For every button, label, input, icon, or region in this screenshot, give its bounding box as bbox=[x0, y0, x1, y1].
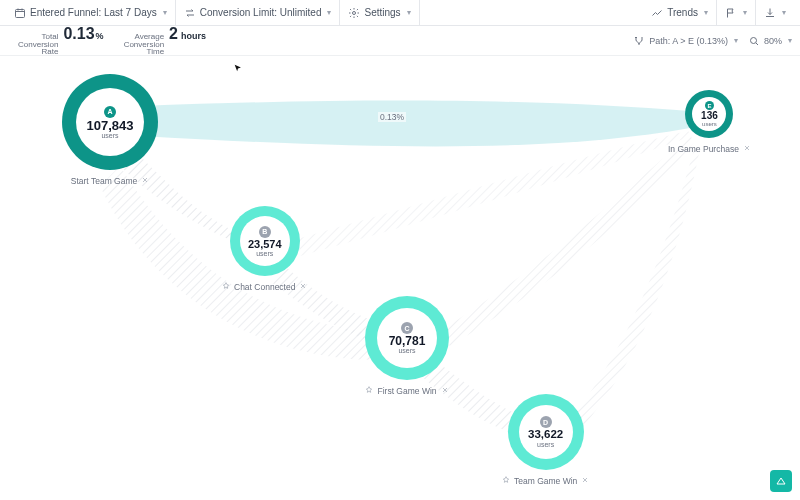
node-caption: Team Game Win bbox=[514, 476, 577, 486]
close-icon[interactable] bbox=[299, 282, 307, 292]
export-dropdown[interactable]: ▾ bbox=[756, 0, 794, 25]
metric-value: 0.13 bbox=[63, 25, 94, 42]
node-value: 33,622 bbox=[528, 429, 563, 441]
node-caption: Start Team Game bbox=[71, 176, 137, 186]
svg-point-2 bbox=[750, 37, 756, 43]
help-fab[interactable] bbox=[770, 470, 792, 492]
cursor-icon bbox=[233, 63, 243, 73]
node-letter: D bbox=[540, 416, 552, 428]
conversion-limit-label: Conversion Limit: Unlimited bbox=[200, 7, 322, 18]
metric-unit: % bbox=[96, 31, 104, 41]
node-e[interactable]: E 136 users In Game Purchase bbox=[668, 90, 751, 154]
settings-label: Settings bbox=[364, 7, 400, 18]
entered-funnel-dropdown[interactable]: Entered Funnel: Last 7 Days ▾ bbox=[6, 0, 176, 25]
search-icon bbox=[748, 35, 760, 47]
node-users: users bbox=[702, 121, 717, 127]
close-icon[interactable] bbox=[441, 386, 449, 396]
entered-funnel-label: Entered Funnel: Last 7 Days bbox=[30, 7, 157, 18]
metrics-bar: Total Conversion Rate 0.13% Average Conv… bbox=[0, 26, 800, 56]
close-icon[interactable] bbox=[141, 176, 149, 186]
flag-dropdown[interactable]: ▾ bbox=[717, 0, 756, 25]
path-label: Path: A > E (0.13%) bbox=[649, 36, 728, 46]
metric-value: 2 bbox=[169, 25, 178, 42]
chevron-down-icon: ▾ bbox=[327, 8, 331, 17]
node-letter: B bbox=[259, 226, 271, 238]
trends-dropdown[interactable]: Trends ▾ bbox=[643, 0, 717, 25]
flow-label-ae: 0.13% bbox=[378, 112, 406, 122]
calendar-icon bbox=[14, 7, 26, 19]
funnel-canvas[interactable]: 0.13% A 107,843 users Start Team Game E … bbox=[0, 56, 800, 500]
flag-icon bbox=[725, 7, 737, 19]
node-d[interactable]: D 33,622 users Team Game Win bbox=[502, 394, 589, 486]
chevron-down-icon: ▾ bbox=[704, 8, 708, 17]
node-b[interactable]: B 23,574 users Chat Connected bbox=[222, 206, 307, 292]
svg-point-1 bbox=[353, 11, 356, 14]
swap-icon bbox=[184, 7, 196, 19]
zoom-selector[interactable]: 80% ▾ bbox=[748, 35, 792, 47]
chevron-down-icon: ▾ bbox=[788, 36, 792, 45]
node-value: 23,574 bbox=[248, 239, 282, 250]
close-icon[interactable] bbox=[581, 476, 589, 486]
svg-rect-0 bbox=[16, 9, 25, 17]
pin-icon bbox=[365, 386, 373, 396]
metric-unit: hours bbox=[181, 31, 206, 41]
node-users: users bbox=[256, 250, 273, 257]
branch-icon bbox=[633, 35, 645, 47]
toolbar: Entered Funnel: Last 7 Days ▾ Conversion… bbox=[0, 0, 800, 26]
trends-label: Trends bbox=[667, 7, 698, 18]
total-conversion-rate: Total Conversion Rate 0.13% bbox=[8, 25, 114, 56]
download-icon bbox=[764, 7, 776, 19]
node-c[interactable]: C 70,781 users First Game Win bbox=[365, 296, 449, 396]
node-letter: A bbox=[104, 106, 116, 118]
node-users: users bbox=[537, 441, 554, 448]
node-users: users bbox=[398, 347, 415, 354]
pin-icon bbox=[502, 476, 510, 486]
node-value: 107,843 bbox=[87, 119, 134, 132]
node-letter: C bbox=[401, 322, 413, 334]
node-users: users bbox=[101, 132, 118, 139]
settings-dropdown[interactable]: Settings ▾ bbox=[340, 0, 419, 25]
node-value: 136 bbox=[701, 111, 718, 121]
node-letter: E bbox=[705, 101, 714, 110]
metric-label: Time bbox=[124, 48, 164, 56]
chevron-down-icon: ▾ bbox=[407, 8, 411, 17]
pin-icon bbox=[222, 282, 230, 292]
node-caption: First Game Win bbox=[377, 386, 436, 396]
path-selector[interactable]: Path: A > E (0.13%) ▾ bbox=[633, 35, 738, 47]
node-caption: In Game Purchase bbox=[668, 144, 739, 154]
close-icon[interactable] bbox=[743, 144, 751, 154]
zoom-label: 80% bbox=[764, 36, 782, 46]
node-caption: Chat Connected bbox=[234, 282, 295, 292]
chevron-down-icon: ▾ bbox=[782, 8, 786, 17]
chevron-down-icon: ▾ bbox=[743, 8, 747, 17]
gear-icon bbox=[348, 7, 360, 19]
metric-label: Rate bbox=[18, 48, 58, 56]
chevron-down-icon: ▾ bbox=[734, 36, 738, 45]
node-a[interactable]: A 107,843 users Start Team Game bbox=[62, 74, 158, 186]
node-value: 70,781 bbox=[389, 335, 426, 347]
chevron-down-icon: ▾ bbox=[163, 8, 167, 17]
conversion-limit-dropdown[interactable]: Conversion Limit: Unlimited ▾ bbox=[176, 0, 341, 25]
trends-icon bbox=[651, 7, 663, 19]
avg-conversion-time: Average Conversion Time 2hours bbox=[114, 25, 216, 56]
